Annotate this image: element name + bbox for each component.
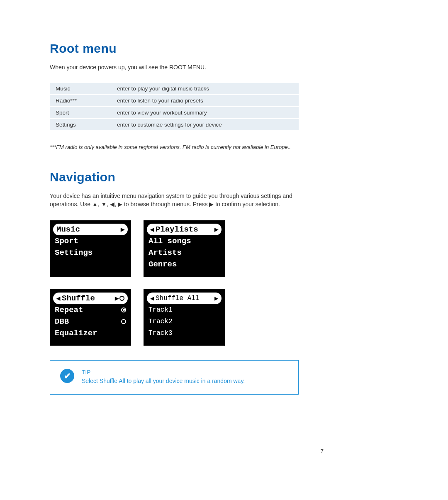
radio-selected-icon [121, 307, 126, 312]
menu-desc: enter to view your workout summary [111, 107, 299, 119]
screen-item: Genres [147, 259, 222, 270]
screen-tracks: ◀Shuffle All▶ Track1 Track2 Track3 [144, 289, 225, 346]
screen-item-selected: ◀Playlists▶ [147, 224, 222, 235]
tip-box: ✔ TIP Select Shuffle All to play all you… [50, 360, 299, 395]
chevron-right-icon: ▶ [121, 227, 124, 232]
menu-name: Music [50, 83, 111, 95]
menu-name: Sport [50, 107, 111, 119]
root-menu-intro: When your device powers up, you will see… [50, 63, 315, 71]
navigation-heading: Navigation [50, 170, 398, 184]
menu-desc: enter to play your digital music tracks [111, 83, 299, 95]
arrow-icons: ▲, ▼, ◀, ▶ [92, 201, 122, 207]
chevron-left-icon: ◀ [150, 227, 154, 232]
screen-item: Settings [53, 247, 128, 259]
chevron-right-icon: ▶ [214, 227, 218, 232]
screen-settings: ◀Shuffle▶ Repeat DBB Equalizer [50, 289, 131, 346]
check-icon: ✔ [60, 369, 74, 383]
screen-item: Track2 [147, 316, 222, 327]
screen-music: ◀Playlists▶ All songs Artists Genres [144, 220, 225, 277]
root-menu-footnote: ***FM radio is only available in some re… [50, 144, 315, 151]
screen-item: All songs [147, 235, 222, 247]
tip-text: Select Shuffle All to play all your devi… [82, 378, 245, 384]
table-row: Sportenter to view your workout summary [50, 107, 299, 119]
chevron-right-icon: ▶ [214, 295, 218, 301]
screen-root: Music▶ Sport Settings [50, 220, 131, 277]
screen-item: Artists [147, 247, 222, 259]
screen-item: Sport [53, 235, 128, 247]
screen-item: DBB [53, 316, 128, 327]
table-row: Settingsenter to customize settings for … [50, 119, 299, 131]
chevron-left-icon: ◀ [150, 295, 154, 301]
screen-item-selected: Music▶ [53, 224, 128, 235]
root-menu-table: Musicenter to play your digital music tr… [50, 83, 299, 131]
arrow-right-icon: ▶ [209, 201, 214, 207]
chevron-right-icon: ▶ [115, 295, 119, 301]
chevron-left-icon: ◀ [56, 295, 60, 301]
page-number: 7 [321, 448, 324, 454]
menu-desc: enter to customize settings for your dev… [111, 119, 299, 131]
table-row: Radio***enter to listen to your radio pr… [50, 95, 299, 107]
menu-name: Settings [50, 119, 111, 131]
tip-label: TIP [82, 369, 245, 375]
root-menu-heading: Root menu [50, 41, 398, 56]
radio-icon [119, 296, 124, 301]
screen-item-selected: ◀Shuffle▶ [53, 293, 128, 304]
screen-item: Repeat [53, 304, 128, 316]
screen-item-selected: ◀Shuffle All▶ [147, 293, 222, 304]
menu-name: Radio*** [50, 95, 111, 107]
screen-item: Track3 [147, 327, 222, 339]
screen-item: Track1 [147, 304, 222, 316]
navigation-intro: Your device has an intuitive menu naviga… [50, 192, 315, 209]
table-row: Musicenter to play your digital music tr… [50, 83, 299, 95]
menu-desc: enter to listen to your radio presets [111, 95, 299, 107]
radio-icon [121, 319, 126, 324]
screen-item: Equalizer [53, 327, 128, 339]
